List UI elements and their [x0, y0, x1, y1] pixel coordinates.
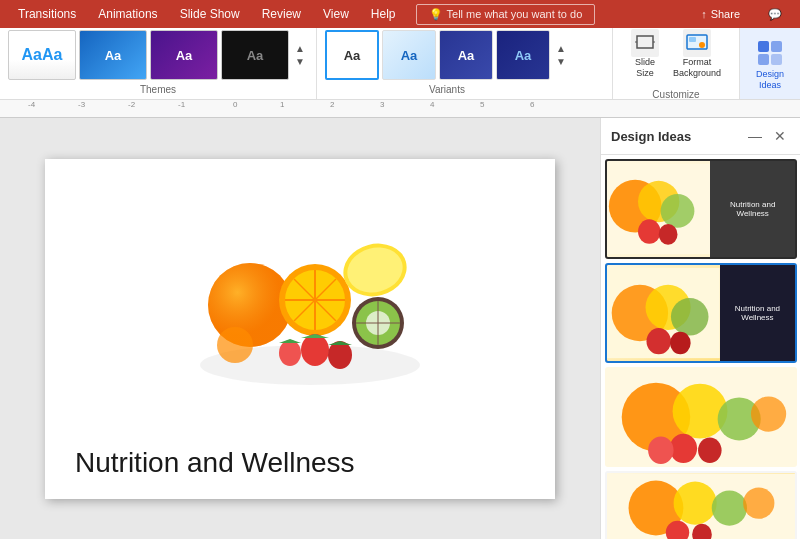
design-ideas-list: Nutrition andWellness Nutr — [601, 155, 800, 539]
variant-1[interactable]: Aa — [325, 30, 379, 80]
lightbulb-icon: 💡 — [429, 8, 443, 21]
theme-purple[interactable]: Aa — [150, 30, 218, 80]
card1-label: Nutrition andWellness — [730, 200, 775, 218]
svg-point-51 — [698, 438, 722, 463]
share-button[interactable]: ↑ Share — [691, 5, 750, 23]
fruit-illustration — [160, 205, 440, 385]
designer-section: DesignIdeas — [740, 28, 800, 99]
svg-point-28 — [328, 341, 352, 369]
svg-point-50 — [670, 434, 697, 463]
svg-rect-9 — [771, 54, 782, 65]
svg-point-44 — [670, 332, 691, 355]
ruler: -4 -3 -2 -1 0 1 2 3 4 5 6 — [0, 100, 800, 118]
slide: Nutrition and Wellness — [45, 159, 555, 499]
card2-label: Nutrition andWellness — [735, 304, 780, 322]
share-icon: ↑ — [701, 8, 707, 20]
svg-rect-6 — [758, 41, 769, 52]
design-ideas-icon — [754, 37, 786, 69]
customize-section: SlideSize FormatBackground Customize — [613, 28, 740, 99]
panel-controls: — ✕ — [744, 126, 790, 146]
search-bar[interactable]: 💡 Tell me what you want to do — [416, 4, 596, 25]
variants-label: Variants — [429, 82, 465, 97]
theme-black[interactable]: Aa — [221, 30, 289, 80]
format-background-button[interactable]: FormatBackground — [667, 25, 727, 83]
design-ideas-panel: Design Ideas — ✕ — [600, 118, 800, 539]
design-idea-2[interactable]: Nutrition andWellness — [605, 263, 797, 363]
slide-size-icon — [631, 29, 659, 57]
svg-point-5 — [699, 42, 705, 48]
panel-minimize-button[interactable]: — — [744, 126, 766, 146]
svg-point-38 — [659, 224, 678, 245]
more-variants-button[interactable]: ▲ ▼ — [553, 43, 569, 67]
more-themes-button[interactable]: ▲ ▼ — [292, 43, 308, 67]
design-idea-1[interactable]: Nutrition andWellness — [605, 159, 797, 259]
card1-image — [607, 161, 710, 257]
comment-icon: 💬 — [768, 8, 782, 21]
svg-rect-7 — [771, 41, 782, 52]
svg-point-30 — [279, 340, 301, 366]
panel-close-button[interactable]: ✕ — [770, 126, 790, 146]
slide-canvas[interactable]: Nutrition and Wellness — [0, 118, 600, 539]
theme-default[interactable]: Aa — [8, 30, 76, 80]
search-text: Tell me what you want to do — [447, 8, 583, 20]
svg-marker-29 — [328, 341, 352, 345]
svg-point-43 — [646, 328, 670, 354]
slide-image-area — [45, 159, 555, 431]
svg-point-57 — [743, 487, 774, 518]
tab-help[interactable]: Help — [361, 3, 406, 25]
svg-point-55 — [674, 482, 717, 525]
themes-section: Aa Aa Aa Aa ▲ ▼ Them — [0, 28, 317, 99]
svg-point-32 — [217, 327, 253, 363]
svg-point-37 — [638, 219, 661, 243]
card2-text-area: Nutrition andWellness — [720, 265, 795, 361]
tab-view[interactable]: View — [313, 3, 359, 25]
svg-point-52 — [648, 437, 673, 464]
design-panel-header: Design Ideas — ✕ — [601, 118, 800, 155]
variant-4[interactable]: Aa — [496, 30, 550, 80]
svg-point-42 — [671, 298, 709, 336]
svg-point-36 — [661, 194, 695, 228]
variant-2[interactable]: Aa — [382, 30, 436, 80]
tab-transitions[interactable]: Transitions — [8, 3, 86, 25]
comments-button[interactable]: 💬 — [758, 5, 792, 24]
themes-label: Themes — [140, 82, 176, 97]
design-idea-4[interactable]: Nutrition and Wellness — [605, 471, 797, 539]
slide-title: Nutrition and Wellness — [45, 431, 555, 499]
variant-3[interactable]: Aa — [439, 30, 493, 80]
tab-review[interactable]: Review — [252, 3, 311, 25]
fruit-svg — [160, 205, 440, 385]
theme-blue[interactable]: Aa — [79, 30, 147, 80]
svg-rect-0 — [637, 36, 653, 48]
design-panel-title: Design Ideas — [611, 129, 691, 144]
svg-point-56 — [712, 490, 747, 525]
svg-marker-31 — [279, 339, 301, 343]
slide-size-button[interactable]: SlideSize — [625, 25, 665, 83]
design-ideas-button[interactable]: DesignIdeas — [754, 37, 786, 91]
design-ideas-label: DesignIdeas — [756, 69, 784, 91]
svg-point-26 — [301, 334, 329, 366]
tab-slideshow[interactable]: Slide Show — [170, 3, 250, 25]
tab-animations[interactable]: Animations — [88, 3, 167, 25]
svg-rect-8 — [758, 54, 769, 65]
format-background-label: FormatBackground — [673, 57, 721, 79]
svg-point-49 — [751, 396, 786, 431]
design-idea-3[interactable] — [605, 367, 797, 467]
card1-text-area: Nutrition andWellness — [710, 161, 795, 257]
card4-image — [607, 473, 795, 539]
card2-image — [607, 265, 720, 361]
variants-section: Aa Aa Aa Aa ▲ ▼ Variants — [317, 28, 613, 99]
slide-size-label: SlideSize — [635, 57, 655, 79]
svg-rect-4 — [689, 37, 696, 42]
format-background-icon — [683, 29, 711, 57]
